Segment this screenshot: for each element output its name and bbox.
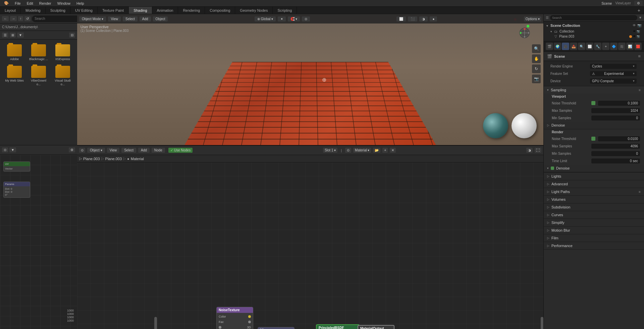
- outliner-filter-btn[interactable]: ▼: [639, 16, 642, 19]
- transform-global-btn[interactable]: ⊕ Global ▾: [255, 16, 276, 21]
- grid-view-btn[interactable]: ⊞: [10, 33, 16, 38]
- engine-selector[interactable]: ⚙: [634, 1, 643, 6]
- crumb-plane1[interactable]: Plane.003: [83, 157, 100, 161]
- prop-tab-world[interactable]: 🌍: [554, 43, 561, 50]
- tab-modeling[interactable]: Modeling: [21, 7, 46, 14]
- tab-animation[interactable]: Animation: [152, 7, 178, 14]
- ne-add-btn[interactable]: Add: [138, 148, 150, 153]
- sampling-menu-btn[interactable]: ≡: [639, 88, 641, 92]
- viewport-shading-wire[interactable]: ⬜: [396, 16, 406, 21]
- ne-type-btn[interactable]: ⊙: [79, 148, 85, 153]
- vp-min-samples-val[interactable]: 0: [591, 115, 640, 121]
- nav-up-button[interactable]: ↑: [18, 16, 23, 21]
- blender-icon[interactable]: 🎨: [1, 0, 11, 6]
- prop-tab-object[interactable]: ⬜: [586, 43, 593, 50]
- folder-iisexpress[interactable]: IISExpress: [52, 43, 74, 62]
- ne-node-btn[interactable]: Node: [152, 148, 165, 153]
- folder-visualstudio[interactable]: Visual Studio...: [52, 64, 74, 88]
- prop-tab-constraints[interactable]: ⛓: [618, 43, 626, 50]
- performance-section[interactable]: ▷ Performance: [544, 242, 644, 250]
- vp-max-samples-val[interactable]: 1024: [591, 108, 640, 113]
- sc-col-eye[interactable]: 👁: [633, 30, 636, 33]
- ne-view-btn[interactable]: View: [107, 148, 120, 153]
- light-paths-menu-btn[interactable]: ≡: [639, 190, 641, 194]
- viewport-mode-btn[interactable]: Object Mode ▾: [79, 16, 106, 21]
- ne-material-new-btn[interactable]: +: [382, 148, 388, 153]
- menu-file[interactable]: File: [12, 1, 23, 6]
- viewport-shading-material[interactable]: ◑: [419, 16, 428, 21]
- node-noise-texture-1[interactable]: NoiseTexture Color Fac 3D Scale4.000 Det…: [216, 307, 253, 329]
- ne-material-type-btn[interactable]: ⊙: [345, 148, 351, 153]
- transform-local-btn[interactable]: ✦: [278, 16, 286, 21]
- folder-mywebsites[interactable]: My Web Sites: [3, 64, 25, 88]
- node-view-btn[interactable]: ⊙: [2, 147, 8, 152]
- prop-tab-view[interactable]: 🔍: [578, 43, 585, 50]
- folder-blackmagic[interactable]: Blackmagic ...: [28, 43, 50, 62]
- node-mode-btn[interactable]: ▼: [9, 147, 16, 152]
- camera-btn[interactable]: 📷: [532, 75, 541, 83]
- viewport-options-btn[interactable]: Options ▾: [524, 16, 541, 21]
- film-section[interactable]: ▷ Film: [544, 234, 644, 242]
- ne-canvas[interactable]: NoiseTexture Color Fac 3D Scale4.000 Det…: [77, 162, 543, 329]
- tab-compositing[interactable]: Compositing: [205, 7, 235, 14]
- menu-edit[interactable]: Edit: [24, 1, 36, 6]
- panel-resize-handle-left[interactable]: [154, 317, 157, 329]
- viewport-shading-solid[interactable]: ⬛: [408, 16, 417, 21]
- vp-noise-val[interactable]: 0.1000: [598, 101, 640, 106]
- tab-geometry-nodes[interactable]: Geometry Nodes: [235, 7, 273, 14]
- vp-denoise-section[interactable]: ▷ Denoise: [544, 122, 644, 129]
- simplify-section[interactable]: ▷ Simplify: [544, 219, 644, 227]
- ne-slot-btn[interactable]: Slot 1 ▾: [323, 148, 337, 153]
- curves-section[interactable]: ▷ Curves: [544, 211, 644, 219]
- folder-viber[interactable]: ViberDownlo...: [28, 64, 50, 88]
- viewport-shading-render[interactable]: ●: [430, 16, 437, 21]
- view-options-btn[interactable]: ▼: [17, 33, 24, 38]
- sc-item-plane[interactable]: ▽ Plane.003 👁 📷: [546, 34, 641, 39]
- render-min-samples-val[interactable]: 0: [591, 151, 640, 156]
- sampling-header[interactable]: ▾ Sampling ≡: [544, 86, 644, 94]
- viewport-add-btn[interactable]: Add: [140, 16, 151, 21]
- prop-tab-modifier[interactable]: 🔧: [594, 43, 601, 50]
- menu-window[interactable]: Window: [55, 1, 73, 6]
- prop-tab-scene[interactable]: 🎬: [546, 43, 553, 50]
- viewport-object-btn[interactable]: Object: [153, 16, 168, 21]
- menu-render[interactable]: Render: [37, 1, 54, 6]
- render-noise-val[interactable]: 0.0100: [598, 136, 640, 141]
- crumb-material[interactable]: Material: [131, 157, 144, 161]
- prop-tab-physics[interactable]: 🔷: [610, 43, 618, 50]
- list-view-btn[interactable]: ☰: [2, 33, 8, 38]
- properties-options-btn[interactable]: ≡: [638, 54, 641, 59]
- prop-tab-data[interactable]: 📊: [626, 43, 634, 50]
- viewport-select-btn[interactable]: Select: [123, 16, 138, 21]
- tab-rendering[interactable]: Rendering: [178, 7, 205, 14]
- prop-tab-output[interactable]: 📤: [570, 43, 577, 50]
- sc-plane-cam[interactable]: 📷: [637, 35, 640, 38]
- node-sidebar-btn[interactable]: ⚙: [69, 147, 75, 152]
- node-material-output[interactable]: MaterialOutput All Surface Volume Displa…: [358, 325, 394, 329]
- ne-material-label-btn[interactable]: Material ▾: [353, 148, 371, 153]
- light-paths-section[interactable]: ▷ Light Paths ≡: [544, 188, 644, 196]
- tab-scripting[interactable]: Scripting: [273, 7, 297, 14]
- ne-fullscreen-btn[interactable]: ⛶: [535, 148, 541, 153]
- file-search-input[interactable]: [32, 15, 80, 22]
- volumes-section[interactable]: ▷ Volumes: [544, 196, 644, 203]
- tab-texture-paint[interactable]: Texture Paint: [98, 7, 129, 14]
- ne-zoom-btn[interactable]: ◑: [526, 148, 533, 153]
- render-denoise-check[interactable]: [551, 167, 554, 170]
- viewport-view-btn[interactable]: View: [108, 16, 121, 21]
- crumb-plane2[interactable]: Plane.003: [105, 157, 122, 161]
- prop-tab-material[interactable]: 🟥: [634, 43, 642, 50]
- nav-gizmo[interactable]: [519, 28, 530, 38]
- prop-tab-render[interactable]: 🎥: [562, 43, 569, 50]
- menu-help[interactable]: Help: [74, 1, 87, 6]
- ne-object-btn[interactable]: Object ▾: [87, 148, 105, 153]
- advanced-section[interactable]: ▷ Advanced: [544, 180, 644, 188]
- vp-noise-check[interactable]: [591, 101, 595, 105]
- ne-material-browse-btn[interactable]: 📂: [373, 148, 380, 153]
- panel-resize-handle-right[interactable]: [541, 317, 543, 329]
- sc-render-btn[interactable]: 📷: [637, 23, 641, 27]
- nav-back-button[interactable]: ←: [2, 16, 9, 21]
- zoom-btn[interactable]: 🔍: [532, 44, 541, 53]
- tab-uv-editing[interactable]: UV Editing: [70, 7, 98, 14]
- ne-select-btn[interactable]: Select: [121, 148, 136, 153]
